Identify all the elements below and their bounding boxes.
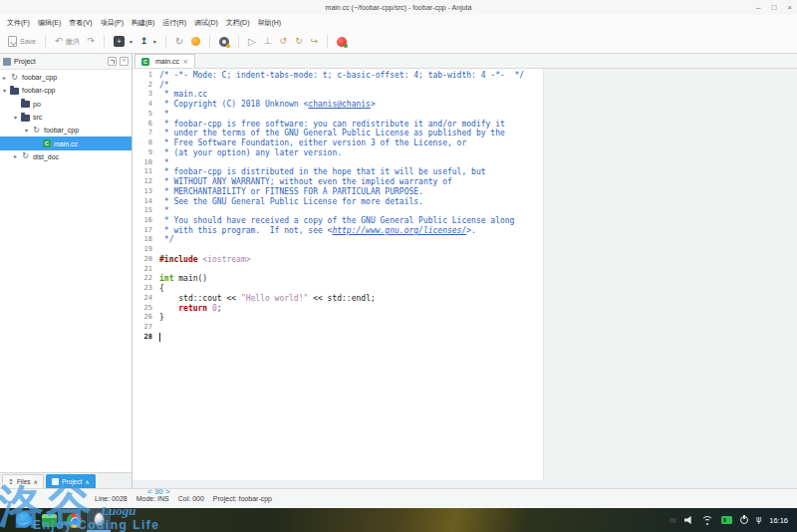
- code-line: * You should have received a copy of the…: [159, 216, 524, 226]
- line-number: 11: [133, 167, 152, 177]
- chrome-button[interactable]: [62, 508, 86, 532]
- run-button[interactable]: ▷: [244, 30, 260, 53]
- save-button[interactable]: Save: [4, 30, 40, 53]
- target-icon: ↻: [21, 152, 30, 160]
- save-label: Save: [20, 38, 36, 45]
- project-panel: Project ▸↻foobar_cpp▾foobar-cpppo▾src▾↻f…: [0, 54, 133, 488]
- c-file-icon: C: [141, 58, 149, 66]
- goto-dropdown-icon[interactable]: ▾: [153, 39, 156, 45]
- battery-icon[interactable]: [721, 516, 732, 524]
- undo-button[interactable]: ↶ 撤消: [51, 30, 84, 53]
- code-line: /* -*- Mode: C; indent-tabs-mode: t; c-b…: [159, 71, 524, 81]
- step-in-button[interactable]: ↺: [276, 30, 292, 53]
- tree-item-foobar-cpp[interactable]: ▾foobar-cpp: [0, 84, 132, 97]
- expander-icon[interactable]: ▾: [25, 128, 32, 133]
- goto-button[interactable]: ↥ ▾: [136, 30, 160, 53]
- code-line: * Free Software Foundation, either versi…: [159, 138, 524, 148]
- volume-icon[interactable]: [684, 516, 693, 524]
- line-number: 9: [133, 148, 152, 158]
- tree-item-src[interactable]: ▾src: [0, 111, 132, 124]
- power-icon[interactable]: [740, 516, 748, 524]
- redo-button[interactable]: ↷: [84, 30, 100, 53]
- tree-item-foobar_cpp[interactable]: ▾↻foobar_cpp: [0, 124, 132, 136]
- tree-item-dist_doc[interactable]: ▸↻dist_doc: [0, 150, 132, 163]
- folder-icon: [21, 115, 30, 122]
- code-line: * MERCHANTABILITY or FITNESS FOR A PARTI…: [159, 187, 524, 197]
- debugger-button[interactable]: [333, 30, 351, 53]
- menu-item[interactable]: 构建(B): [128, 16, 158, 30]
- panel-detach-button[interactable]: [108, 57, 117, 66]
- code-line: * foobar-cpp is free software: you can r…: [159, 120, 524, 130]
- dock-tab-label: Project: [62, 478, 82, 485]
- menu-item[interactable]: 文件(F): [3, 16, 34, 30]
- code-line: int main(): [159, 274, 524, 284]
- menu-item[interactable]: 调试(D): [190, 16, 222, 30]
- project-panel-header: Project: [0, 54, 132, 70]
- tree-item-main.cc[interactable]: Cmain.cc: [0, 136, 132, 149]
- menu-item[interactable]: 编辑(E): [34, 16, 65, 30]
- menu-item[interactable]: 文档(D): [222, 16, 254, 30]
- undo-icon: ↶: [55, 37, 63, 46]
- expander-icon[interactable]: ▸: [3, 75, 10, 81]
- redo-icon: ↷: [88, 37, 96, 46]
- step-over-button[interactable]: ↻: [291, 30, 307, 53]
- line-number: 23: [133, 284, 152, 294]
- expander-icon[interactable]: ▸: [14, 153, 21, 159]
- files-icon: ↥: [8, 478, 14, 486]
- launcher-button[interactable]: [12, 508, 36, 532]
- install-button[interactable]: [187, 30, 204, 53]
- goto-icon: ↥: [140, 37, 148, 46]
- tree-item-foobar_cpp[interactable]: ▸↻foobar_cpp: [0, 71, 132, 84]
- tree-item-label: foobar_cpp: [22, 74, 57, 81]
- code-editor[interactable]: 1234567891011121314151617181920212223242…: [133, 69, 797, 480]
- maximize-window-icon[interactable]: □: [771, 4, 776, 12]
- menu-item[interactable]: 帮助(H): [253, 16, 285, 30]
- chevron-up-icon: ∧: [85, 478, 89, 485]
- dock-tab-files[interactable]: ↥Files∧: [2, 474, 44, 488]
- code-line: [159, 265, 524, 275]
- expander-icon[interactable]: ▾: [14, 115, 21, 121]
- menu-item[interactable]: 运行(R): [158, 16, 190, 30]
- save-icon: [8, 36, 17, 47]
- dock-tab-project[interactable]: Project∧: [46, 474, 96, 488]
- editor-tab-main-cc[interactable]: C main.cc ×: [134, 54, 195, 68]
- folder-icon: [10, 88, 19, 95]
- step-over-icon: ↻: [295, 37, 303, 46]
- keyboard-tray-icon[interactable]: [669, 518, 676, 523]
- code-line: *: [159, 206, 524, 216]
- tree-item-po[interactable]: po: [0, 98, 132, 111]
- project-icon: [52, 478, 59, 485]
- menu-item[interactable]: 查看(V): [65, 16, 96, 30]
- status-col: Col: 000: [178, 495, 204, 502]
- toolbar-separator: [327, 35, 328, 48]
- configure-button[interactable]: [215, 30, 233, 53]
- line-number: 15: [133, 206, 152, 216]
- code-line: * foobar-cpp is distributed in the hope …: [159, 167, 524, 177]
- usb-icon[interactable]: ψ: [756, 516, 761, 524]
- line-number: 12: [133, 177, 152, 187]
- panel-close-button[interactable]: [120, 57, 129, 66]
- code-line: [159, 333, 524, 343]
- expander-icon[interactable]: ▾: [3, 88, 10, 94]
- code-line: {: [159, 284, 524, 294]
- new-file-dropdown-icon[interactable]: ▾: [130, 39, 133, 45]
- file-manager-button[interactable]: [37, 508, 61, 532]
- close-window-icon[interactable]: ×: [787, 4, 792, 12]
- line-number: 22: [133, 274, 152, 284]
- line-number: 3: [133, 90, 152, 100]
- minimize-window-icon[interactable]: –: [756, 4, 760, 12]
- code-line: [159, 245, 524, 255]
- dock-tab-label: Files: [17, 478, 31, 485]
- tab-close-icon[interactable]: ×: [182, 58, 188, 66]
- clock: 16:16: [769, 516, 788, 525]
- run-icon: ▷: [248, 37, 256, 47]
- wifi-icon[interactable]: [701, 516, 713, 524]
- pause-button[interactable]: ⊥: [260, 30, 276, 53]
- status-line: Line: 0028: [95, 495, 128, 502]
- step-out-button[interactable]: ↪: [307, 30, 323, 53]
- menu-item[interactable]: 项目(P): [97, 16, 128, 30]
- tree-item-label: foobar_cpp: [44, 127, 79, 133]
- anjuta-taskbar-button[interactable]: [87, 508, 111, 532]
- new-file-button[interactable]: ▾: [110, 30, 136, 53]
- build-button[interactable]: ↻: [171, 30, 187, 53]
